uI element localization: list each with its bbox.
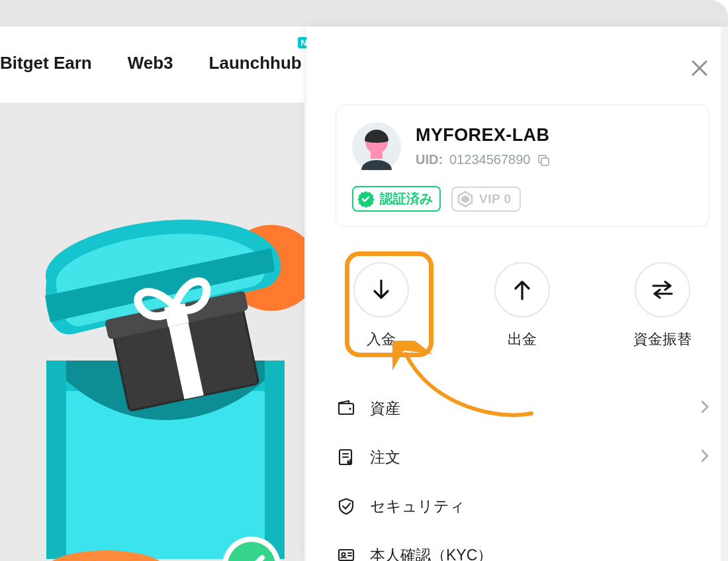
arrow-down-icon [369,277,394,302]
svg-rect-26 [339,404,353,414]
chevron-right-icon [700,449,709,466]
menu-security[interactable]: セキュリティ [336,482,709,531]
copy-icon [537,153,550,167]
svg-rect-17 [371,152,383,159]
nav-launchhub[interactable]: Launchhub N [209,53,302,73]
nav-label: Launchhub [209,53,302,73]
svg-rect-19 [541,158,549,165]
deposit-button[interactable]: 入金 [332,262,431,349]
main-nav: Bitget Earn Web3 Launchhub N [0,40,302,86]
profile-uid: UID: 01234567890 [416,152,550,167]
browser-topband [0,0,728,26]
uid-label: UID: [416,152,443,167]
transfer-icon [649,277,676,302]
nav-bitget-earn[interactable]: Bitget Earn [0,53,92,73]
verified-icon [357,191,375,208]
svg-point-32 [341,552,345,556]
profile-card: MYFOREX-LAB UID: 01234567890 [336,105,709,227]
withdraw-button[interactable]: 出金 [473,262,572,349]
menu-orders-label: 注文 [370,447,700,468]
account-panel: MYFOREX-LAB UID: 01234567890 [306,26,728,561]
scrollbar[interactable] [721,26,728,561]
copy-uid-button[interactable] [537,153,550,167]
nav-label: Web3 [128,53,173,73]
svg-marker-21 [461,195,469,203]
transfer-label: 資金振替 [633,329,692,349]
hero-illustration [0,208,304,561]
menu-kyc-label: 本人確認（KYC） [370,545,709,562]
vip-badge[interactable]: VIP 0 [451,187,521,212]
uid-value: 01234567890 [449,152,530,167]
menu-security-label: セキュリティ [370,496,709,517]
withdraw-label: 出金 [508,329,537,349]
chevron-right-icon [700,400,709,417]
vip-label: VIP 0 [479,192,512,206]
deposit-label: 入金 [367,329,396,349]
menu-orders[interactable]: 注文 [336,433,709,482]
menu-assets[interactable]: 資産 [336,384,709,433]
nav-web3[interactable]: Web3 [128,53,173,73]
close-button[interactable] [690,58,709,81]
close-icon [690,58,709,78]
hexagon-icon [457,191,474,208]
nav-label: Bitget Earn [0,53,92,73]
verified-label: 認証済み [380,190,433,208]
wallet-icon [337,399,355,417]
shield-icon [337,497,355,515]
profile-name: MYFOREX-LAB [416,125,550,146]
transfer-button[interactable]: 資金振替 [613,262,712,349]
menu-kyc[interactable]: 本人確認（KYC） [336,531,709,561]
verified-badge: 認証済み [352,186,441,212]
id-card-icon [337,546,355,561]
orders-icon [337,448,355,466]
hero-background [0,103,304,561]
wallet-actions: 入金 出金 [332,262,712,349]
arrow-up-icon [510,277,535,302]
menu-assets-label: 資産 [370,398,700,419]
svg-rect-4 [265,361,285,559]
account-menu: 資産 注文 [336,384,709,561]
avatar-icon [352,122,401,171]
avatar [352,122,401,171]
svg-rect-3 [46,361,66,559]
svg-point-27 [349,408,351,410]
